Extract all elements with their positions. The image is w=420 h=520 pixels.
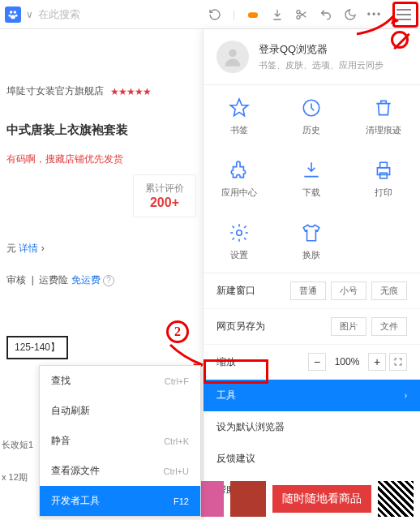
shirt-icon (300, 221, 323, 244)
avatar-icon (216, 41, 249, 73)
svg-rect-5 (248, 12, 258, 18)
review-count-box[interactable]: 累计评价 200+ (133, 174, 196, 217)
save-as-label: 网页另存为 (216, 320, 265, 333)
svg-point-1 (14, 11, 16, 14)
menu-label: 应用中心 (221, 187, 257, 199)
sale-banner: 随时随地看商品 (182, 478, 420, 520)
print-icon (372, 159, 395, 182)
zoom-in-button[interactable]: + (368, 353, 386, 371)
svg-point-0 (10, 11, 12, 14)
promo-text: 有码啊，搜藏店铺优先发货 (6, 153, 196, 166)
menu-bookmarks[interactable]: 书签 (204, 85, 276, 148)
free-shipping[interactable]: 免运费 (71, 274, 101, 286)
metric-value: 200+ (145, 196, 184, 210)
svg-point-3 (15, 14, 18, 16)
tools-label: 工具 (216, 389, 236, 402)
store-name[interactable]: 埠陡寸女装官方旗舰店 (6, 84, 104, 98)
download-icon (300, 159, 323, 182)
submenu-view-source[interactable]: 查看源文件Ctrl+U (40, 456, 200, 486)
refresh-icon[interactable] (208, 8, 221, 21)
tools-menu-item[interactable]: 工具 › (204, 380, 420, 411)
zoom-out-button[interactable]: − (308, 353, 326, 371)
menu-clear-traces[interactable]: 清理痕迹 (348, 85, 420, 148)
window-incognito-button[interactable]: 无痕 (371, 281, 407, 300)
menu-label: 打印 (375, 187, 392, 199)
moon-icon[interactable] (344, 8, 357, 21)
crumb-2: x 12期 (2, 471, 28, 483)
submenu-auto-refresh[interactable]: 自动刷新 (40, 396, 200, 426)
svg-rect-11 (380, 162, 388, 168)
svg-rect-12 (380, 173, 388, 178)
undo-icon[interactable] (319, 8, 332, 21)
chevron-right-icon: › (405, 391, 407, 400)
menu-label: 历史 (302, 124, 320, 136)
browser-menu-panel: 登录QQ浏览器 书签、皮肤、选项、应用云同步 书签 历史 清理痕迹 应用中心 下… (203, 29, 420, 520)
svg-point-4 (11, 15, 15, 19)
set-default-menu-item[interactable]: 设为默认浏览器 (204, 411, 420, 443)
menu-settings[interactable]: 设置 (204, 210, 276, 273)
metric-label: 累计评价 (145, 182, 184, 196)
search-box[interactable]: ∨ 在此搜索 (5, 6, 204, 23)
star-icon (228, 97, 251, 119)
save-as-row: 网页另存为 图片 文件 (204, 309, 420, 345)
svg-point-8 (229, 49, 236, 57)
login-title: 登录QQ浏览器 (259, 42, 384, 57)
size-chip[interactable]: 125-140】 (6, 336, 68, 359)
login-subtitle: 书签、皮肤、选项、应用云同步 (259, 59, 384, 71)
download-icon[interactable] (271, 8, 284, 21)
menu-skin[interactable]: 换肤 (276, 210, 348, 273)
crumb-1: 长改短1 (2, 439, 33, 451)
menu-label: 书签 (230, 124, 248, 136)
tools-submenu: 查找Ctrl+F 自动刷新 静音Ctrl+K 查看源文件Ctrl+U 开发者工具… (39, 365, 201, 517)
menu-history[interactable]: 历史 (276, 85, 348, 148)
dropdown-chevron-icon[interactable]: ∨ (26, 9, 33, 20)
zoom-row: 缩放 − 100% + (204, 345, 420, 380)
banner-text[interactable]: 随时随地看商品 (272, 485, 371, 513)
more-icon[interactable]: ••• (368, 8, 381, 21)
menu-label: 换肤 (302, 249, 320, 261)
fullscreen-button[interactable] (389, 353, 407, 371)
detail-row: 元 详情 › (6, 242, 196, 256)
svg-point-13 (237, 230, 242, 236)
zoom-label: 缩放 (216, 355, 236, 369)
banner-thumb-2[interactable] (230, 481, 266, 517)
window-normal-button[interactable]: 普通 (290, 281, 326, 300)
puzzle-icon (228, 159, 251, 182)
svg-rect-10 (378, 168, 390, 175)
svg-point-7 (297, 15, 300, 19)
browser-topbar: ∨ 在此搜索 | ••• (0, 0, 420, 29)
menu-label: 设置 (230, 249, 248, 261)
star-rating-icon: ★★★★★ (110, 86, 151, 97)
save-image-button[interactable]: 图片 (331, 317, 366, 336)
menu-label: 清理痕迹 (366, 124, 401, 136)
search-placeholder[interactable]: 在此搜索 (38, 7, 80, 22)
svg-point-6 (297, 10, 300, 13)
detail-link[interactable]: 详情 (19, 243, 38, 254)
menu-label: 下载 (302, 187, 320, 199)
feedback-menu-item[interactable]: 反馈建议 (204, 443, 420, 475)
hamburger-menu-button[interactable] (392, 3, 415, 26)
trash-icon (372, 97, 395, 119)
menu-downloads[interactable]: 下载 (276, 148, 348, 210)
login-row[interactable]: 登录QQ浏览器 书签、皮肤、选项、应用云同步 (204, 29, 420, 85)
submenu-dev-tools[interactable]: 开发者工具F12 (40, 486, 200, 516)
new-window-row: 新建窗口 普通 小号 无痕 (204, 273, 420, 309)
submenu-mute[interactable]: 静音Ctrl+K (40, 426, 200, 456)
submenu-find[interactable]: 查找Ctrl+F (40, 366, 200, 396)
info-icon[interactable]: ? (103, 275, 114, 286)
svg-point-2 (8, 14, 11, 16)
paw-logo-icon (5, 6, 21, 23)
menu-print[interactable]: 打印 (348, 148, 420, 210)
game-icon[interactable] (246, 8, 259, 21)
new-window-label: 新建窗口 (216, 284, 255, 298)
shipping-row: 审核 | 运费险 免运费 ? (6, 273, 196, 287)
menu-app-center[interactable]: 应用中心 (204, 148, 276, 210)
save-file-button[interactable]: 文件 (371, 317, 407, 336)
zoom-value: 100% (329, 356, 365, 367)
annotation-circle-1 (391, 31, 409, 49)
qr-code-icon[interactable] (378, 481, 414, 517)
topbar-actions: | ••• (208, 3, 415, 26)
window-small-button[interactable]: 小号 (331, 281, 366, 300)
menu-icon-grid: 书签 历史 清理痕迹 应用中心 下载 打印 设置 换肤 (204, 85, 420, 273)
scissors-icon[interactable] (295, 8, 308, 21)
